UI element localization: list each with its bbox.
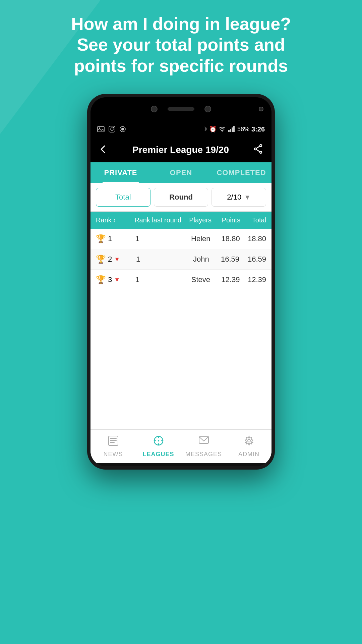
admin-icon bbox=[243, 435, 255, 449]
phone-device: ☽ ⏰ 58% 3:26 bbox=[87, 94, 275, 470]
header-text: How am I doing in league? See your total… bbox=[20, 13, 342, 76]
tab-completed[interactable]: COMPLETED bbox=[211, 162, 272, 183]
td-rank-last-1: 1 bbox=[135, 234, 191, 243]
app-toolbar: Premier League 19/20 bbox=[90, 138, 272, 162]
app-screen: Premier League 19/20 PRIVATE bbox=[90, 138, 272, 463]
tab-open[interactable]: OPEN bbox=[151, 162, 211, 183]
rank-down-icon: ▼ bbox=[114, 276, 120, 283]
th-total: Total bbox=[240, 216, 266, 224]
social-icon bbox=[109, 126, 115, 132]
svg-point-7 bbox=[222, 131, 223, 132]
back-button[interactable] bbox=[99, 143, 109, 157]
svg-point-28 bbox=[248, 439, 250, 442]
leagues-icon bbox=[153, 435, 164, 449]
home-indicator bbox=[90, 463, 272, 466]
table-row: 🏆 1 1 Helen 18.80 18.80 bbox=[90, 229, 272, 249]
td-total-2: 16.59 bbox=[239, 255, 266, 264]
filter-row: Total Round 2/10 ▼ bbox=[90, 183, 272, 212]
time: 3:26 bbox=[251, 125, 265, 133]
phone-inner: ☽ ⏰ 58% 3:26 bbox=[90, 97, 272, 466]
nav-item-admin[interactable]: ADMIN bbox=[226, 432, 272, 461]
share-button[interactable] bbox=[253, 144, 263, 157]
td-points-3: 12.39 bbox=[210, 275, 240, 284]
toolbar-title: Premier League 19/20 bbox=[132, 145, 229, 155]
news-icon bbox=[108, 435, 119, 449]
td-points-2: 16.59 bbox=[209, 255, 239, 264]
tabs: PRIVATE OPEN COMPLETED bbox=[90, 162, 272, 183]
td-rank-2: 🏆 2 ▼ bbox=[96, 255, 136, 264]
td-total-3: 12.39 bbox=[240, 275, 266, 284]
td-rank-1: 🏆 1 bbox=[96, 234, 135, 244]
th-players: Players bbox=[189, 216, 212, 224]
tab-private[interactable]: PRIVATE bbox=[90, 162, 151, 183]
status-bar: ☽ ⏰ 58% 3:26 bbox=[90, 121, 272, 138]
th-rank-last-round: Rank last round bbox=[134, 216, 189, 224]
nav-label-news: NEWS bbox=[104, 451, 123, 458]
header-line3: points for specific rounds bbox=[74, 56, 288, 75]
svg-rect-11 bbox=[233, 126, 235, 132]
th-points: Points bbox=[212, 216, 240, 224]
table-body: 🏆 1 1 Helen 18.80 18.80 🏆 2 ▼ bbox=[90, 229, 272, 429]
nav-label-messages: MESSAGES bbox=[185, 451, 222, 458]
table-row: 🏆 2 ▼ 1 John 16.59 16.59 bbox=[90, 249, 272, 270]
nav-item-news[interactable]: NEWS bbox=[90, 432, 136, 461]
header-line1: How am I doing in league? bbox=[71, 14, 291, 34]
circle-icon bbox=[119, 126, 126, 132]
signal-icon bbox=[228, 126, 235, 132]
header-line2: See your total points and bbox=[77, 35, 285, 54]
battery-pct: 58% bbox=[237, 126, 249, 133]
chevron-down-icon: ▼ bbox=[244, 194, 251, 201]
trophy-silver-icon: 🏆 bbox=[96, 255, 106, 264]
sort-icon: ↕ bbox=[113, 217, 116, 223]
td-rank-last-2: 1 bbox=[136, 255, 193, 264]
trophy-bronze-icon: 🏆 bbox=[96, 275, 106, 284]
table-row: 🏆 3 ▼ 1 Steve 12.39 12.39 bbox=[90, 270, 272, 290]
td-player-2: John bbox=[193, 255, 209, 264]
trophy-gold-icon: 🏆 bbox=[96, 234, 106, 244]
svg-line-16 bbox=[256, 149, 260, 152]
front-camera bbox=[259, 107, 263, 111]
dnd-icon: ☽ bbox=[202, 125, 207, 133]
alarm-icon: ⏰ bbox=[209, 125, 217, 133]
td-total-1: 18.80 bbox=[240, 234, 266, 243]
nav-item-leagues[interactable]: LEAGUES bbox=[136, 432, 181, 461]
camera-right bbox=[204, 106, 211, 112]
round-filter-button[interactable]: Round bbox=[154, 188, 208, 207]
bottom-nav: NEWS LEAGUES bbox=[90, 429, 272, 463]
svg-rect-0 bbox=[98, 126, 104, 132]
svg-point-6 bbox=[121, 128, 124, 130]
td-rank-3: 🏆 3 ▼ bbox=[96, 275, 135, 284]
total-filter-button[interactable]: Total bbox=[96, 188, 150, 207]
td-rank-last-3: 1 bbox=[135, 275, 191, 284]
th-rank: Rank ↕ bbox=[96, 216, 134, 224]
wifi-icon bbox=[219, 126, 226, 132]
camera-left bbox=[151, 106, 158, 112]
image-icon bbox=[97, 126, 105, 132]
td-player-3: Steve bbox=[191, 275, 210, 284]
round-dropdown[interactable]: 2/10 ▼ bbox=[212, 188, 266, 207]
speaker bbox=[168, 107, 194, 111]
rank-down-icon: ▼ bbox=[114, 256, 120, 263]
status-icons-right: ☽ ⏰ 58% 3:26 bbox=[202, 125, 265, 133]
nav-label-leagues: LEAGUES bbox=[142, 451, 174, 458]
svg-point-4 bbox=[113, 127, 114, 128]
svg-rect-2 bbox=[109, 126, 115, 132]
svg-rect-9 bbox=[230, 129, 231, 132]
messages-icon bbox=[198, 435, 209, 449]
td-points-1: 18.80 bbox=[210, 234, 240, 243]
nav-item-messages[interactable]: MESSAGES bbox=[181, 432, 226, 461]
svg-rect-10 bbox=[232, 127, 233, 132]
svg-rect-8 bbox=[228, 130, 230, 132]
table-header: Rank ↕ Rank last round Players Points To… bbox=[90, 212, 272, 229]
status-icons-left bbox=[97, 126, 126, 132]
nav-label-admin: ADMIN bbox=[238, 451, 259, 458]
svg-line-15 bbox=[256, 146, 260, 148]
svg-point-3 bbox=[111, 128, 113, 130]
td-player-1: Helen bbox=[191, 234, 210, 243]
svg-point-22 bbox=[158, 440, 159, 441]
